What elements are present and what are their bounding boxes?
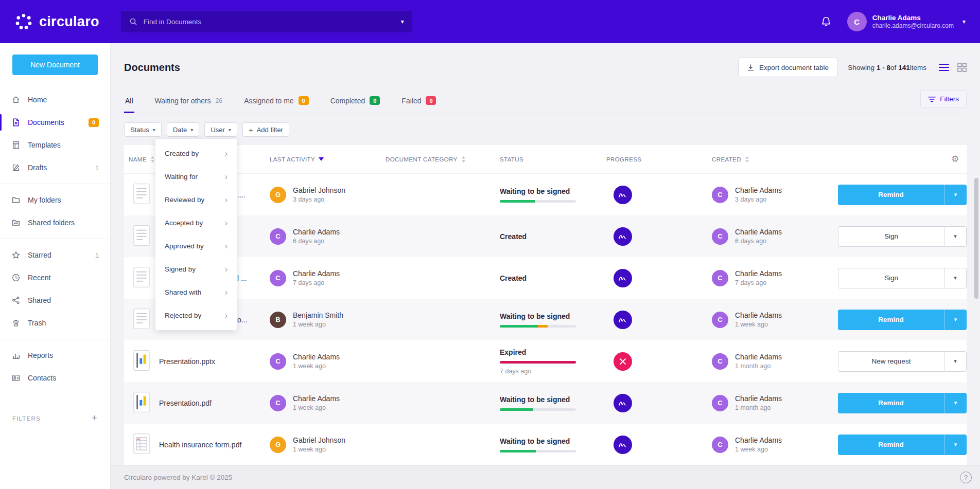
document-row[interactable]: Presentation.pptx C Charlie Adams1 week … [124,340,967,382]
add-filter-chip[interactable]: + Add filter [242,122,289,137]
menu-item-reviewed-by[interactable]: Reviewed by [155,188,237,211]
sign-button[interactable]: Sign [838,268,944,288]
remind-button[interactable]: Remind [838,185,944,205]
document-row[interactable]: C Charlie Adams6 days ago Created C Char… [124,215,967,257]
document-row[interactable]: Health insurance form.pdf G Gabriel John… [124,424,967,465]
column-header-last-activity[interactable]: LAST ACTIVITY [270,156,386,162]
menu-item-shared-with[interactable]: Shared with [155,281,237,304]
pencil-draft-icon [11,163,21,172]
new-document-button[interactable]: New Document [12,55,98,75]
menu-item-waiting-for[interactable]: Waiting for [155,165,237,188]
grid-view-icon[interactable] [957,63,967,72]
sidebar-divider [0,184,110,184]
menu-item-signed-by[interactable]: Signed by [155,258,237,281]
column-label: NAME [129,156,147,162]
circularo-logo[interactable]: circularo [14,12,99,31]
sidebar-item-drafts[interactable]: Drafts 1 [0,156,110,179]
help-button[interactable]: ? [960,472,972,483]
remind-button[interactable]: Remind [838,434,944,455]
user-avatar: C [712,353,728,370]
new-request-button[interactable]: New request [838,351,944,372]
tab-completed[interactable]: Completed 0 [329,88,381,113]
progress-bar [500,361,576,364]
signature-progress-icon[interactable] [614,394,632,412]
menu-item-approved-by[interactable]: Approved by [155,234,237,258]
export-document-table-button[interactable]: Export document table [738,58,837,77]
signature-progress-icon[interactable] [614,436,632,454]
document-row[interactable]: l ... C Charlie Adams7 days ago Created … [124,257,967,299]
progress-bar [500,200,576,203]
notifications-bell-icon[interactable] [820,15,832,28]
last-activity-time: 6 days ago [293,238,340,245]
sidebar-item-reports[interactable]: Reports [0,344,110,367]
action-dropdown-caret[interactable] [944,393,967,413]
menu-item-accepted-by[interactable]: Accepted by [155,211,237,234]
scrollbar-thumb[interactable] [974,178,978,299]
list-view-icon[interactable] [939,63,949,71]
showing-range: Showing1 - 8of141items [848,64,929,71]
menu-item-label: Waiting for [165,173,198,180]
table-settings-gear-icon[interactable]: ⚙ [951,154,959,165]
tab-all[interactable]: All [124,88,134,113]
action-dropdown-caret[interactable] [944,434,967,455]
menu-item-label: Shared with [165,288,201,296]
sidebar-item-documents[interactable]: Documents 0 [0,111,110,134]
document-row[interactable]: Presentation.pdf C Charlie Adams1 week a… [124,382,967,424]
column-header-created[interactable]: CREATED [712,156,828,162]
filter-chip-user[interactable]: User [204,122,237,137]
add-filter-plus-icon[interactable]: + [92,413,98,424]
action-dropdown-caret[interactable] [944,268,967,288]
sidebar-item-label: Templates [28,141,61,149]
global-search[interactable] [121,11,412,32]
user-avatar: C [712,312,728,328]
created-time: 6 days ago [735,238,782,245]
sidebar-item-starred[interactable]: Starred 1 [0,244,110,266]
tab-waiting-for-others[interactable]: Waiting for others 26 [154,88,224,113]
remind-button[interactable]: Remind [838,393,944,413]
tab-badge: 0 [299,96,309,105]
sidebar-item-recent[interactable]: Recent [0,266,110,289]
sidebar-item-templates[interactable]: Templates [0,134,110,156]
action-dropdown-caret[interactable] [944,310,967,330]
last-activity-time: 1 week ago [293,321,343,328]
signature-progress-icon[interactable] [614,227,632,246]
user-menu[interactable]: C Charlie Adams charlie.adams@circularo.… [847,12,966,31]
menu-item-created-by[interactable]: Created by [155,142,237,165]
search-input[interactable] [144,18,389,26]
sidebar-item-shared-folders[interactable]: Shared folders [0,211,110,234]
tab-assigned-to-me[interactable]: Assigned to me 0 [243,88,310,113]
search-scope-caret-icon[interactable] [395,18,404,25]
column-header-status[interactable]: STATUS [500,156,606,162]
sidebar-item-contacts[interactable]: Contacts [0,367,110,389]
signature-progress-icon[interactable] [614,269,632,287]
column-header-progress[interactable]: PROGRESS [606,156,712,162]
tab-failed[interactable]: Failed 0 [400,88,437,113]
filter-chip-date[interactable]: Date [167,122,200,137]
sidebar-item-shared[interactable]: Shared [0,289,110,312]
user-avatar: C [712,270,728,286]
chevron-right-icon [225,242,227,251]
topbar: circularo C Charlie Adams charlie.adams@… [0,0,980,43]
action-dropdown-caret[interactable] [944,226,967,247]
signature-progress-icon[interactable] [614,311,632,329]
document-row[interactable]: .... G Gabriel Johnson3 days ago Waiting… [124,174,967,215]
column-header-document-category[interactable]: DOCUMENT CATEGORY [386,156,500,162]
menu-item-rejected-by[interactable]: Rejected by [155,304,237,327]
signature-progress-icon[interactable] [614,186,632,204]
filter-chip-status[interactable]: Status [124,122,162,137]
sign-button[interactable]: Sign [838,226,944,247]
action-dropdown-caret[interactable] [944,351,967,372]
remind-button[interactable]: Remind [838,310,944,330]
sidebar-item-trash[interactable]: Trash [0,312,110,334]
sidebar-item-my-folders[interactable]: My folders [0,189,110,211]
folder-icon [11,195,21,205]
progress-bar [500,450,576,452]
created-user: Charlie Adams [735,353,782,361]
chevron-right-icon [225,219,227,228]
filters-button[interactable]: Filters [920,90,967,108]
action-dropdown-caret[interactable] [944,185,967,205]
sidebar-item-home[interactable]: Home [0,88,110,111]
tab-label: Assigned to me [244,97,294,105]
document-row[interactable]: o... B Benjamin Smith1 week ago Waiting … [124,299,967,340]
expired-progress-icon[interactable] [614,352,632,371]
